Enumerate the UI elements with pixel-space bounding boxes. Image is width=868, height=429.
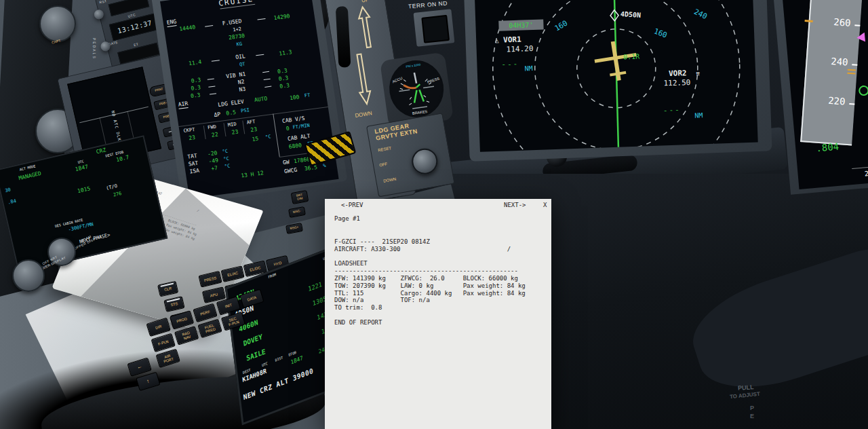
- nd-screen: 04H37' △ VOR1 114.20 --- NM 160 160 240 …: [475, 0, 758, 152]
- lmcdu-to-value: 276: [113, 191, 122, 198]
- ecam-vib2-right: 0.3: [278, 75, 289, 82]
- mcdu-fpln-label: F-PLN: [157, 339, 169, 346]
- ecam-temp-unit: °C: [265, 134, 272, 140]
- ecam-display: CRUISE ENG 14440 F.USED 14290 1+2 28730 …: [160, 0, 339, 199]
- pfd-heading-tick-label: 25: [864, 169, 868, 177]
- ecam-temp-aft-label: AFT: [246, 119, 256, 126]
- ecam-dash: [205, 25, 213, 27]
- lmcdu-utc-label: UTC: [77, 159, 84, 164]
- pedals-label: PEDALS: [92, 38, 96, 60]
- pedals-vertical-label: P E: [750, 405, 754, 420]
- clock-et-label: ET: [133, 42, 138, 48]
- clock-utc-window: 13:12:37: [109, 13, 161, 41]
- ecam-msg-plus-label: MSG+: [290, 226, 299, 231]
- ecam-flight-time: 13 H 12: [241, 170, 264, 179]
- loadsheet-window: <-PREV NEXT-> X Page #1 F-GZCI ---- 21SE…: [325, 199, 551, 429]
- ecam-cabalt-label: CAB ALT: [287, 133, 311, 142]
- ecam-oil-right: 11.3: [279, 49, 292, 56]
- ecam-vib3-left: 0.3: [190, 92, 201, 99]
- gear-up-arrow-icon: [355, 5, 376, 51]
- ecam-cabvs-value: 0: [285, 126, 290, 132]
- lmcdu-actmode-label: ACT MODE: [19, 164, 36, 171]
- ecam-dp-value: 0.5: [226, 109, 237, 117]
- mcdu-radnav-label: RAD NAV: [182, 331, 192, 341]
- ecam-temp-fwd: 22: [211, 132, 218, 138]
- mcdu-dir-label: DIR: [155, 324, 162, 331]
- mcdu-airport-label: AIR PORT: [162, 353, 174, 364]
- nd-waypoint-label: 4D50N: [620, 10, 642, 19]
- vor2-arrow-icon: ⇈: [696, 69, 700, 77]
- clock-rst-label: RST: [99, 0, 107, 4]
- ecam-ldg-mode: AUTO: [254, 96, 267, 103]
- pfd-tick: [854, 24, 860, 26]
- dcdu-tick-left: [100, 117, 106, 144]
- mcdu-prog-label: PROG: [176, 316, 187, 324]
- pfd-amber-equals: [848, 69, 856, 71]
- pfd-tick: [852, 64, 857, 66]
- ecam-gw-label: GW: [282, 159, 290, 166]
- mcdu-key-secfpln[interactable]: SEC F-PLN: [221, 312, 245, 331]
- nd-chrono-chip: 04H37': [498, 19, 543, 31]
- gear-down-arrow-icon: [352, 52, 374, 108]
- loadsheet-next-button[interactable]: NEXT->: [504, 202, 526, 208]
- vor1-arrow-icon: △: [495, 37, 499, 44]
- mcdu-key-radnav[interactable]: RAD NAV: [174, 326, 199, 345]
- ecam-sat-value: -49: [208, 157, 219, 165]
- mcdu-key-fuelpred[interactable]: FUEL PRED: [197, 319, 222, 338]
- ecam-col-line: [273, 114, 279, 157]
- terr-on-nd-button[interactable]: [421, 15, 450, 43]
- ecp-apu-label: APU: [210, 292, 218, 297]
- ecp-elac-label: EL/AC: [227, 271, 239, 277]
- mcdu-arrow-up-label: ↑: [146, 378, 150, 385]
- ecp-press-label: PRESS: [203, 276, 217, 282]
- lmcdu-mid-utc: 1015: [77, 185, 91, 194]
- mcdu-key-arrow-up[interactable]: ↑: [136, 372, 160, 391]
- ecp-sts-label: STS: [170, 301, 178, 307]
- mcdu-key-airport[interactable]: AIR PORT: [155, 349, 180, 368]
- ecam-dash: [262, 71, 269, 73]
- nd-vor2-name: VOR2: [669, 69, 687, 78]
- ecam-air-label: AIR: [178, 100, 189, 109]
- gravity-extension-panel: LDG GEAR GRVTY EXTN RESET OFF DOWN: [366, 113, 455, 197]
- ecam-temp-sep: [203, 126, 206, 139]
- ecam-vib2-left: 0.3: [191, 84, 201, 92]
- mcdu-perf-label: PERF: [200, 310, 211, 316]
- pfd-speed-240: 240: [831, 56, 848, 68]
- capt-brightness-knob[interactable]: [39, 5, 76, 42]
- cockpit-screenshot: RST CHR UTC 13:12:37 DATE GPS SET RUN ET…: [0, 0, 868, 429]
- loadsheet-page-number: Page #1: [334, 215, 360, 222]
- ecam-ldg-unit: FT: [304, 92, 311, 98]
- lmcdu-to-label: (T/O: [106, 183, 118, 191]
- ecp-key-sts[interactable]: STS: [163, 296, 184, 312]
- gear-down-label: DOWN: [355, 110, 372, 119]
- ecam-dp-label: ΔP: [214, 111, 221, 118]
- mcdu-arrow-left-label: ←: [136, 363, 143, 371]
- pfd-amber-equals: [847, 73, 855, 75]
- ecam-ldg-value: 100: [290, 94, 300, 101]
- pfd-speed-bug: [859, 85, 868, 96]
- pfd-speed-tape: 280 260 240 220: [800, 0, 863, 145]
- ecam-temp-sep: [242, 121, 245, 134]
- ecam-tat-unit: °C: [222, 149, 229, 155]
- nd-xtk-value: 0.1R: [623, 53, 639, 61]
- lmcdu-ci-value: 30: [5, 187, 12, 194]
- lower-display-knob[interactable]: [12, 259, 45, 292]
- ecam-ldg-label: LDG ELEV: [218, 98, 245, 108]
- ecam-fused-label: F.USED: [222, 18, 242, 27]
- ecam-isa-value: +7: [211, 165, 218, 172]
- ecam-dash: [264, 79, 271, 80]
- ecp-clr-left-label: CLR: [164, 286, 172, 291]
- loadsheet-prev-button[interactable]: <-PREV: [341, 202, 363, 208]
- ecam-vib3-label: N3: [239, 86, 246, 93]
- pull-label: PULL: [738, 384, 754, 392]
- ecam-temp-mid-label: MID: [227, 122, 237, 128]
- pfd-tick: [849, 103, 854, 105]
- pfd-amber-mark: [805, 20, 813, 22]
- ecam-fused-left: 14440: [179, 24, 196, 33]
- ecam-cabalt-value: 6800: [288, 143, 302, 150]
- loadsheet-close-button[interactable]: X: [543, 202, 547, 208]
- ecam-gwcg-label: GWCG: [283, 167, 297, 174]
- ecam-dash: [210, 93, 216, 94]
- gravity-extn-knob[interactable]: [410, 147, 439, 176]
- gear-lever-handle[interactable]: [336, 6, 351, 68]
